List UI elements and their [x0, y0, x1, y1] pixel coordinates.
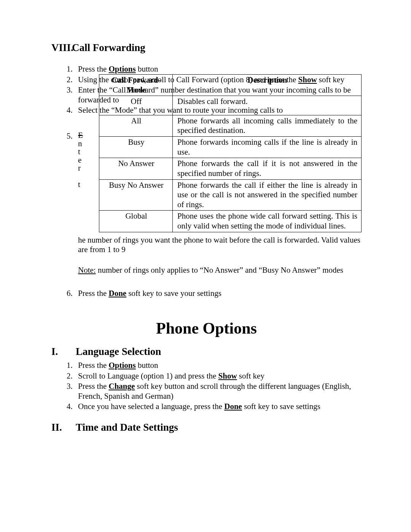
text: button: [136, 64, 158, 73]
desc-cell: Phone forwards the call if it is not ans…: [173, 158, 362, 179]
list-item: 2. Scroll to Language (option 1) and pre…: [67, 371, 362, 381]
table-row: Off Disables call forward.: [99, 96, 362, 115]
wrapped-letter: t: [78, 148, 83, 156]
mode-cell: Global: [99, 211, 173, 232]
main-title: Phone Options: [51, 319, 362, 337]
text: soft key to save settings: [242, 402, 320, 411]
list-body: Press the Done soft key to save your set…: [78, 289, 362, 299]
text: Press the: [78, 289, 109, 298]
heading-text: Language Selection: [76, 346, 161, 358]
desc-cell: Phone forwards the call if either the li…: [173, 179, 362, 211]
list-marker: 1.: [67, 64, 78, 74]
list-marker: 1.: [67, 361, 78, 371]
table-row: Busy No Answer Phone forwards the call i…: [99, 179, 362, 211]
bold-underline: Options: [109, 361, 136, 370]
mode-cell: Off: [99, 96, 173, 115]
bold-underline: Done: [109, 289, 127, 298]
heading-time-date-settings: II. Time and Date Settings: [51, 422, 362, 433]
mode-cell: All: [99, 115, 173, 136]
document-page: VIII. Call Forwarding 1. Press the Optio…: [0, 0, 411, 532]
wrapped-letter: e: [78, 156, 83, 165]
text: button: [136, 361, 158, 370]
table-row: Busy Phone forwards incoming calls if th…: [99, 137, 362, 158]
desc-cell: Disables call forward.: [173, 96, 362, 115]
wrapped-letter: t: [78, 181, 83, 189]
text: Scroll to Language (option 1) and press …: [78, 371, 218, 380]
list-item: 3. Press the Change soft key button and …: [67, 382, 362, 401]
wrapped-letter: E: [78, 131, 83, 140]
heading-language-selection: I. Language Selection: [51, 346, 362, 358]
bold-underline: Change: [109, 382, 135, 391]
list-item: 1. Press the Options button: [67, 361, 362, 371]
list-marker: 4.: [67, 402, 78, 412]
heading-number: VIII.: [51, 42, 72, 54]
item5-continuation: he number of rings you want the phone to…: [78, 235, 362, 255]
text: Press the: [78, 361, 109, 370]
list-body: Scroll to Language (option 1) and press …: [78, 371, 362, 381]
wrapped-letter: n: [78, 140, 83, 148]
call-forward-mode-table: Call Forward-Mode Description Off Disabl…: [99, 74, 362, 232]
text: soft key to save your settings: [126, 289, 221, 298]
mode-cell: Busy: [99, 137, 173, 158]
heading-number: I.: [51, 346, 76, 358]
list-marker: 3.: [67, 382, 78, 401]
text: soft key: [237, 371, 264, 380]
wrapped-letters: E n t e r t: [78, 131, 83, 189]
list-item: 1. Press the Options button: [67, 64, 362, 74]
item5-note: Note: number of rings only applies to “N…: [78, 265, 362, 275]
table-row: No Answer Phone forwards the call if it …: [99, 158, 362, 179]
list-item: 6. Press the Done soft key to save your …: [67, 289, 362, 299]
desc-cell: Phone forwards incoming calls if the lin…: [173, 137, 362, 158]
wrapped-letter: r: [78, 164, 83, 173]
heading-number: II.: [51, 422, 76, 433]
call-forwarding-steps: 1. Press the Options button 2. Using the…: [67, 64, 362, 299]
desc-cell: Phone forwards all incoming calls immedi…: [173, 115, 362, 136]
text: Press the: [78, 382, 109, 391]
table-row: All Phone forwards all incoming calls im…: [99, 115, 362, 136]
bold-underline: Options: [109, 64, 136, 73]
note-label: Note:: [78, 265, 96, 275]
table-row: Global Phone uses the phone wide call fo…: [99, 211, 362, 232]
list-body: Press the Change soft key button and scr…: [78, 382, 362, 401]
table-header: Call Forward-Mode: [99, 75, 173, 96]
bold-underline: Show: [218, 371, 237, 380]
text: Press the: [78, 64, 109, 73]
list-marker: 6.: [67, 289, 78, 299]
text: Once you have selected a language, press…: [78, 402, 224, 411]
list-marker: 4.: [67, 105, 78, 115]
list-item: 4. Once you have selected a language, pr…: [67, 402, 362, 412]
wrapped-letter-space: [78, 173, 83, 181]
list-body: Call Forward-Mode Description Off Disabl…: [78, 131, 362, 278]
heading-text: Time and Date Settings: [76, 422, 178, 433]
list-marker: 5.: [67, 131, 78, 278]
table-header-row: Call Forward-Mode Description: [99, 75, 362, 96]
mode-cell: Busy No Answer: [99, 179, 173, 211]
list-body: Once you have selected a language, press…: [78, 402, 362, 412]
heading-call-forwarding: VIII. Call Forwarding: [51, 42, 362, 54]
language-selection-steps: 1. Press the Options button 2. Scroll to…: [67, 361, 362, 412]
list-body: Press the Options button: [78, 361, 362, 371]
table-header: Description: [173, 75, 362, 96]
list-item: 5. Call Forward-Mode Description Off Dis…: [67, 131, 362, 278]
desc-cell: Phone uses the phone wide call forward s…: [173, 211, 362, 232]
bold-underline: Done: [224, 402, 242, 411]
heading-text: Call Forwarding: [72, 42, 145, 54]
note-text: number of rings only applies to “No Answ…: [96, 265, 343, 275]
list-marker: 3.: [67, 85, 78, 105]
list-marker: 2.: [67, 75, 78, 85]
list-marker: 2.: [67, 371, 78, 381]
list-body: Press the Options button: [78, 64, 362, 74]
mode-cell: No Answer: [99, 158, 173, 179]
